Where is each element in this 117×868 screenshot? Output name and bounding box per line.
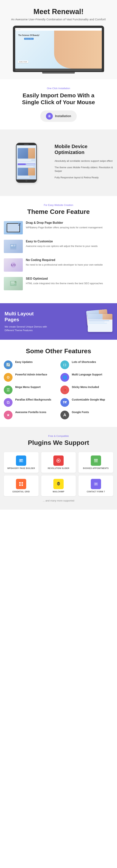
hero-subtitle: An Awesome User-Friendly Combination of … bbox=[4, 18, 113, 21]
svg-rect-37 bbox=[19, 485, 21, 486]
feature-text-easy: Easy to Customize Awesome easy-to-use op… bbox=[26, 240, 98, 248]
plugins-heading: Plugins We Support bbox=[4, 439, 113, 446]
svg-rect-36 bbox=[22, 482, 23, 484]
svg-rect-11 bbox=[10, 249, 16, 249]
phone-screen-line bbox=[18, 146, 35, 147]
phone-mockup bbox=[16, 143, 37, 183]
laptop-discover-btn: Discover More bbox=[24, 38, 34, 40]
phone-screen-image bbox=[18, 148, 35, 159]
svg-rect-33 bbox=[95, 461, 95, 461]
laptop-screen: The Science Of Beauty! Discover More Qua… bbox=[15, 31, 102, 69]
svg-rect-19 bbox=[11, 282, 15, 282]
laptop-stand bbox=[42, 72, 75, 73]
laptop-screen-inner: The Science Of Beauty! Discover More Qua… bbox=[15, 31, 102, 69]
feat-icon-megamenu: ☰ bbox=[4, 385, 12, 394]
nav-dot bbox=[20, 29, 20, 30]
mobile-heading: Mobile Device Optimization bbox=[54, 144, 113, 155]
plugin-card-2: BOOKED APPOINTMENTS bbox=[78, 452, 113, 473]
feat-label-0: Easy Updates bbox=[15, 361, 33, 364]
svg-point-23 bbox=[15, 281, 16, 283]
plugin-label-4: MAILCHIMP bbox=[52, 491, 64, 493]
phone-screen-line bbox=[18, 159, 32, 161]
plugin-icon-essentialgrid bbox=[16, 479, 26, 489]
feature-item-seo: SEO Optimized HTML code integrated into … bbox=[4, 277, 113, 290]
feature-thumb-easy-inner bbox=[4, 240, 23, 253]
mobile-feature-3: Fully Responsive layout & Retina Ready bbox=[54, 176, 113, 180]
feature-thumb-coding bbox=[4, 258, 23, 272]
thumb-screen bbox=[7, 224, 20, 232]
svg-rect-29 bbox=[94, 459, 98, 463]
feature-thumb-drag bbox=[4, 221, 23, 235]
svg-point-43 bbox=[59, 483, 60, 484]
laptop-base bbox=[15, 69, 102, 71]
phone-screen-image2 bbox=[18, 168, 35, 176]
svg-rect-10 bbox=[14, 246, 15, 246]
feature-desc-easy: Awesome easy-to-use options will adjust … bbox=[26, 244, 98, 248]
hero-title: Meet Renewal! bbox=[4, 8, 113, 16]
page-card-inner-1 bbox=[88, 314, 112, 319]
plugins-grid: WPBAKERY PAGE BUILDER REVOLUTION SLIDER bbox=[4, 452, 113, 496]
plugin-card-1: REVOLUTION SLIDER bbox=[41, 452, 76, 473]
feature-cell-1: { } Lots of Shortcodes bbox=[61, 361, 113, 369]
feature-name-seo: SEO Optimized bbox=[26, 277, 103, 280]
plugins-tag: Free & Compatible bbox=[4, 435, 113, 437]
svg-rect-25 bbox=[20, 460, 23, 460]
feature-thumb-drag-inner bbox=[4, 221, 23, 235]
feature-cell-7: 🗺 Customizable Google Map bbox=[61, 398, 113, 407]
feature-text-seo: SEO Optimized HTML code integrated into … bbox=[26, 277, 103, 285]
install-icon bbox=[46, 113, 53, 120]
svg-rect-34 bbox=[96, 461, 97, 461]
svg-rect-22 bbox=[11, 284, 14, 285]
feat-icon-fontello: ★ bbox=[4, 411, 12, 420]
svg-rect-31 bbox=[95, 459, 95, 460]
feat-icon-admin: ⚙ bbox=[4, 373, 12, 382]
plugins-section: Free & Compatible Plugins We Support WPB… bbox=[0, 427, 117, 510]
phone-screen bbox=[16, 145, 36, 180]
plugin-label-0: WPBAKERY PAGE BUILDER bbox=[7, 467, 35, 469]
feature-cell-2: ⚙ Powerful Admin Interface bbox=[4, 373, 56, 382]
svg-rect-35 bbox=[19, 482, 21, 484]
multi-visual bbox=[61, 310, 112, 333]
plugin-label-3: ESSENTIAL GRID bbox=[12, 491, 30, 493]
multi-text: Multi Layout Pages We create Several Uni… bbox=[5, 311, 56, 332]
svg-rect-8 bbox=[11, 245, 13, 246]
feature-cell-text-0: Easy Updates bbox=[15, 361, 33, 364]
feature-cell-text-7: Customizable Google Map bbox=[72, 398, 105, 402]
feat-label-6: Parallax Effect Backgrounds bbox=[15, 398, 51, 401]
laptop-quality-badge: Quality ● Health bbox=[18, 61, 28, 63]
laptop-face-image bbox=[54, 31, 102, 69]
feature-item-easy: Easy to Customize Awesome easy-to-use op… bbox=[4, 240, 113, 253]
feature-cell-text-3: Multi Language Support bbox=[72, 373, 102, 376]
plugin-icon-booked bbox=[91, 456, 101, 466]
plugin-card-0: WPBAKERY PAGE BUILDER bbox=[4, 452, 39, 473]
plugins-more-text: ... and many more supported bbox=[4, 499, 113, 502]
phone-btn-row bbox=[18, 163, 35, 165]
feature-name-easy: Easy to Customize bbox=[26, 240, 98, 243]
phone-home-circle bbox=[26, 180, 27, 182]
feat-icon-shortcodes: { } bbox=[61, 361, 69, 369]
feature-thumb-coding-inner bbox=[4, 258, 23, 272]
multi-section: Multi Layout Pages We create Several Uni… bbox=[0, 303, 117, 340]
feature-cell-text-9: Google Fonts bbox=[72, 411, 89, 414]
svg-rect-21 bbox=[11, 283, 15, 284]
multi-heading: Multi Layout Pages bbox=[5, 311, 56, 322]
svg-rect-3 bbox=[18, 223, 20, 224]
feat-label-2: Powerful Admin Interface bbox=[15, 373, 47, 376]
feature-item-drag: Drag & Drop Page Builder WPBakery Page B… bbox=[4, 221, 113, 235]
phone-speaker bbox=[24, 144, 29, 145]
other-heading: Some Other Features bbox=[4, 347, 113, 355]
feature-text-coding: No Coding Required No need to be a profe… bbox=[26, 258, 103, 267]
feat-label-3: Multi Language Support bbox=[72, 373, 102, 376]
feature-desc-seo: HTML code integrated into the theme meet… bbox=[26, 282, 103, 285]
multi-desc: We create Several Unique Demos with Diff… bbox=[5, 325, 56, 332]
feature-cell-4: ☰ Mega Menu Support bbox=[4, 385, 56, 394]
feature-desc-drag: WPBakery Page Builder offers amazing too… bbox=[26, 226, 103, 229]
core-tag: For Easy Website Creation bbox=[4, 204, 113, 207]
feature-cell-text-1: Lots of Shortcodes bbox=[72, 361, 96, 364]
plugin-card-4: MAILCHIMP bbox=[41, 475, 76, 496]
laptop-screen-title: The Science Of Beauty! bbox=[18, 34, 40, 36]
feature-cell-5: 📌 Sticky Menu Included bbox=[61, 385, 113, 394]
install-button[interactable]: Installation bbox=[40, 111, 77, 122]
feat-icon-multilang: 🌐 bbox=[61, 373, 69, 382]
multi-pages-stack bbox=[82, 310, 112, 333]
